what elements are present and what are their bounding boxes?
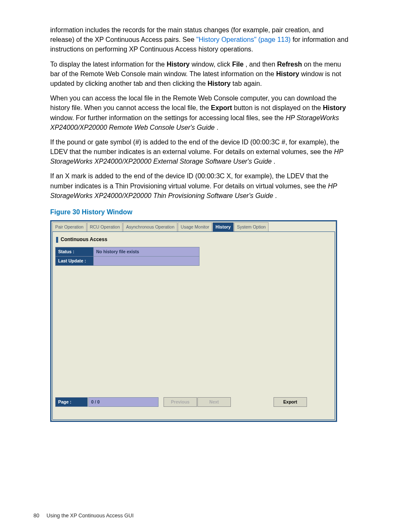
text: .: [274, 158, 275, 165]
text: window. For further information on the s…: [50, 114, 286, 121]
tab-history[interactable]: History: [212, 222, 233, 231]
page-label: Page :: [55, 397, 88, 407]
title-marker-icon: [56, 237, 58, 243]
history-panel: Continuous Access Status : No history fi…: [52, 231, 335, 420]
spacer: [55, 408, 332, 417]
table-row: Status : No history file exists: [56, 247, 200, 256]
body-paragraph: If an X mark is added to the end of the …: [50, 171, 349, 200]
body-paragraph: information includes the records for the…: [50, 25, 349, 54]
history-operations-link[interactable]: "History Operations" (page 113): [196, 36, 291, 43]
tab-bar: Pair Operation RCU Operation Asynchronou…: [51, 221, 336, 231]
table-row: Last Update :: [56, 257, 200, 266]
next-button[interactable]: Next: [197, 397, 231, 407]
text-bold: History: [207, 80, 230, 87]
figure-caption: Figure 30 History Window: [50, 207, 349, 217]
body-paragraph: When you can access the local file in th…: [50, 93, 349, 132]
status-label: Status :: [56, 247, 94, 256]
tab-asynchronous-operation[interactable]: Asynchronous Operation: [123, 222, 177, 231]
text-bold: File: [232, 61, 244, 68]
tab-rcu-operation[interactable]: RCU Operation: [87, 222, 123, 231]
export-button[interactable]: Export: [274, 397, 307, 407]
text: window, click: [192, 61, 232, 68]
body-paragraph: To display the latest information for th…: [50, 59, 349, 89]
text: button is not displayed on the: [234, 104, 323, 111]
info-table: Status : No history file exists Last Upd…: [55, 247, 200, 266]
text: , and then: [246, 61, 277, 68]
body-paragraph: If the pound or gate symbol (#) is added…: [50, 137, 349, 167]
tab-usage-monitor[interactable]: Usage Monitor: [178, 222, 212, 231]
text-bold: History: [323, 104, 346, 111]
text: If the pound or gate symbol (#) is added…: [50, 139, 339, 155]
text-bold: Export: [211, 104, 232, 111]
history-content-area: [67, 269, 325, 393]
section-title: Continuous Access: [55, 234, 332, 247]
tab-pair-operation[interactable]: Pair Operation: [52, 222, 87, 231]
status-value: No history file exists: [94, 247, 200, 256]
text: tab again.: [233, 80, 262, 87]
lastupdate-value: [94, 257, 200, 266]
text: .: [217, 124, 218, 131]
text-bold: History: [276, 70, 299, 77]
section-title-text: Continuous Access: [61, 236, 107, 243]
lastupdate-label: Last Update :: [56, 257, 94, 266]
text: .: [275, 192, 277, 199]
text-bold: Refresh: [277, 61, 302, 68]
text: If an X mark is added to the end of the …: [50, 172, 328, 189]
text: To display the latest information for th…: [50, 61, 166, 68]
history-window: Pair Operation RCU Operation Asynchronou…: [50, 220, 337, 422]
text-bold: History: [166, 61, 189, 68]
previous-button[interactable]: Previous: [164, 397, 197, 407]
bottom-bar: Page : 0 / 0 Previous Next Export: [55, 396, 307, 408]
tab-system-option[interactable]: System Option: [234, 222, 269, 231]
page-value: 0 / 0: [88, 397, 159, 407]
